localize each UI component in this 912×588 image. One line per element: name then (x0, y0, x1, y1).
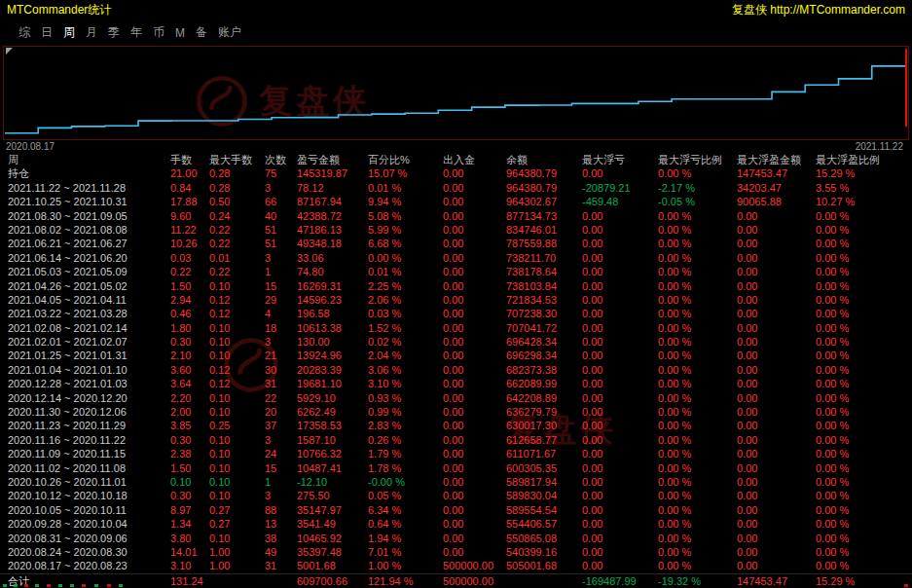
value-cell: 1.80 (170, 321, 209, 335)
value-cell: 0.10 (209, 433, 265, 447)
table-row[interactable]: 2020.12.14 ~ 2020.12.202.200.10225929.10… (8, 391, 912, 405)
table-row[interactable]: 2020.08.17 ~ 2020.08.233.101.00315001.68… (8, 559, 912, 572)
value-cell: 964380.79 (506, 181, 582, 195)
table-row[interactable]: 2021.08.02 ~ 2021.08.0811.220.225147186.… (8, 223, 912, 237)
brand-link[interactable]: 复盘侠 http://MTCommander.com (732, 2, 905, 18)
value-cell: 22 (265, 391, 297, 405)
table-row[interactable]: 2021.04.05 ~ 2021.04.112.940.122914596.2… (8, 293, 912, 307)
column-header[interactable]: 百分比% (368, 153, 443, 166)
value-cell: 5001.68 (297, 559, 368, 572)
menu-item-季[interactable]: 季 (108, 24, 120, 41)
table-row[interactable]: 持仓21.000.2875145319.8715.07 %0.00964380.… (8, 166, 912, 180)
value-cell: 9.94 % (368, 195, 443, 208)
table-row[interactable]: 2021.08.30 ~ 2021.09.059.600.244042388.7… (8, 209, 912, 223)
value-cell: 10487.41 (297, 461, 368, 475)
column-header[interactable]: 出入金 (443, 153, 506, 166)
value-cell: 38 (265, 532, 297, 545)
value-cell: 0.00 (443, 181, 506, 195)
value-cell: 7.01 % (368, 545, 443, 559)
column-header[interactable]: 最大浮盈比例 (816, 153, 912, 166)
value-cell: 1.00 (209, 559, 265, 572)
value-cell: 1 (265, 265, 297, 278)
value-cell: 0.00 (582, 335, 658, 349)
menu-item-M[interactable]: M (175, 26, 185, 40)
menu-bar: 综日周月季年币M备账户 (0, 19, 912, 46)
value-cell: 8.97 (170, 503, 209, 517)
value-cell: 0.12 (209, 363, 265, 377)
table-row[interactable]: 2020.12.28 ~ 2021.01.033.640.123119681.1… (8, 377, 912, 390)
value-cell: 0.12 (209, 377, 265, 390)
value-cell: 0.00 (737, 419, 816, 432)
table-row[interactable]: 2021.01.04 ~ 2021.01.103.600.123020283.3… (8, 363, 912, 377)
value-cell: 0.10 (209, 447, 265, 460)
column-header[interactable]: 最大浮亏 (582, 153, 658, 166)
value-cell: 0.00 % (658, 265, 737, 278)
value-cell: 0.00 % (816, 391, 912, 405)
column-header[interactable]: 余额 (506, 153, 582, 166)
menu-item-月[interactable]: 月 (86, 24, 97, 41)
table-row[interactable]: 2021.04.26 ~ 2021.05.021.500.101516269.3… (8, 279, 912, 293)
value-cell: 834746.01 (506, 223, 582, 237)
value-cell: 0.00 (737, 447, 816, 460)
value-cell: 0.00 (582, 503, 658, 517)
column-header[interactable]: 最大浮盈金额 (737, 153, 816, 166)
table-row[interactable]: 2020.08.24 ~ 2020.08.3014.011.004935397.… (8, 545, 912, 559)
value-cell: 0.00 % (816, 293, 912, 307)
table-row[interactable]: 2020.10.12 ~ 2020.10.180.300.103275.500.… (8, 489, 912, 502)
equity-chart[interactable] (3, 46, 909, 140)
value-cell: 0.00 (582, 237, 658, 250)
value-cell: -12.10 (297, 475, 368, 489)
value-cell: 0.10 (209, 279, 265, 293)
table-row[interactable]: 2020.11.09 ~ 2020.11.152.380.102410766.3… (8, 447, 912, 460)
table-row[interactable]: 2020.11.23 ~ 2020.11.293.850.253717358.5… (8, 419, 912, 432)
column-header[interactable]: 最大手数 (209, 153, 265, 166)
value-cell: 0.00 % (816, 377, 912, 390)
period-cell: 2020.11.30 ~ 2020.12.06 (8, 405, 170, 419)
edge-tick (107, 584, 111, 587)
table-row[interactable]: 2021.03.22 ~ 2021.03.280.460.124196.580.… (8, 307, 912, 320)
table-row[interactable]: 2021.06.14 ~ 2021.06.200.030.01333.060.0… (8, 251, 912, 265)
table-row[interactable]: 2021.01.25 ~ 2021.01.312.100.102113924.9… (8, 349, 912, 362)
column-header[interactable]: 最大浮亏比例 (658, 153, 737, 166)
table-row[interactable]: 2021.02.01 ~ 2021.02.070.300.103130.000.… (8, 335, 912, 349)
table-row[interactable]: 2020.08.31 ~ 2020.09.063.800.103810465.9… (8, 532, 912, 545)
table-row[interactable]: 2020.11.16 ~ 2020.11.220.300.1031587.100… (8, 433, 912, 447)
table-row[interactable]: 2021.11.22 ~ 2021.11.280.840.28378.120.0… (8, 181, 912, 195)
table-row[interactable]: 2021.06.21 ~ 2021.06.2710.260.225149348.… (8, 237, 912, 250)
value-cell: 0.00 % (658, 475, 737, 489)
menu-item-日[interactable]: 日 (41, 24, 53, 41)
column-header[interactable]: 次数 (265, 153, 297, 166)
value-cell: 589554.54 (506, 503, 582, 517)
menu-item-综[interactable]: 综 (18, 24, 30, 41)
value-cell: 0.00 (582, 223, 658, 237)
menu-item-币[interactable]: 币 (153, 24, 164, 41)
value-cell: 0.00 % (816, 532, 912, 545)
table-row[interactable]: 2021.05.03 ~ 2021.05.090.220.22174.800.0… (8, 265, 912, 278)
value-cell: 0.00 % (658, 237, 737, 250)
table-row[interactable]: 2020.11.30 ~ 2020.12.062.000.10206262.49… (8, 405, 912, 419)
value-cell: 0.00 (443, 433, 506, 447)
column-header[interactable]: 周 (8, 153, 170, 166)
menu-item-周[interactable]: 周 (63, 24, 75, 41)
value-cell: 0.00 (443, 251, 506, 265)
table-row[interactable]: 2020.10.05 ~ 2020.10.118.970.278835147.9… (8, 503, 912, 517)
value-cell: 0.00 % (816, 433, 912, 447)
column-header[interactable]: 手数 (170, 153, 209, 166)
value-cell: 75 (265, 166, 297, 180)
column-header[interactable]: 盈亏金额 (297, 153, 368, 166)
value-cell: 0.00 (443, 377, 506, 390)
table-row[interactable]: 2020.11.02 ~ 2020.11.081.500.101510487.4… (8, 461, 912, 475)
menu-item-账户[interactable]: 账户 (218, 24, 241, 41)
table-row[interactable]: 2021.02.08 ~ 2021.02.141.800.101810613.3… (8, 321, 912, 335)
table-row[interactable]: 2020.10.26 ~ 2020.11.010.100.101-12.10-0… (8, 475, 912, 489)
menu-item-备[interactable]: 备 (196, 24, 207, 41)
value-cell: 0.00 (443, 307, 506, 320)
value-cell: 275.50 (297, 489, 368, 502)
menu-item-年[interactable]: 年 (130, 24, 142, 41)
value-cell: 0.00 (582, 279, 658, 293)
value-cell: 0.00 (737, 293, 816, 307)
value-cell: 0.00 % (658, 335, 737, 349)
table-row[interactable]: 2021.10.25 ~ 2021.10.3117.880.506687167.… (8, 195, 912, 208)
table-row[interactable]: 2020.09.28 ~ 2020.10.041.340.27133541.49… (8, 517, 912, 531)
value-cell: 0.00 % (658, 447, 737, 460)
